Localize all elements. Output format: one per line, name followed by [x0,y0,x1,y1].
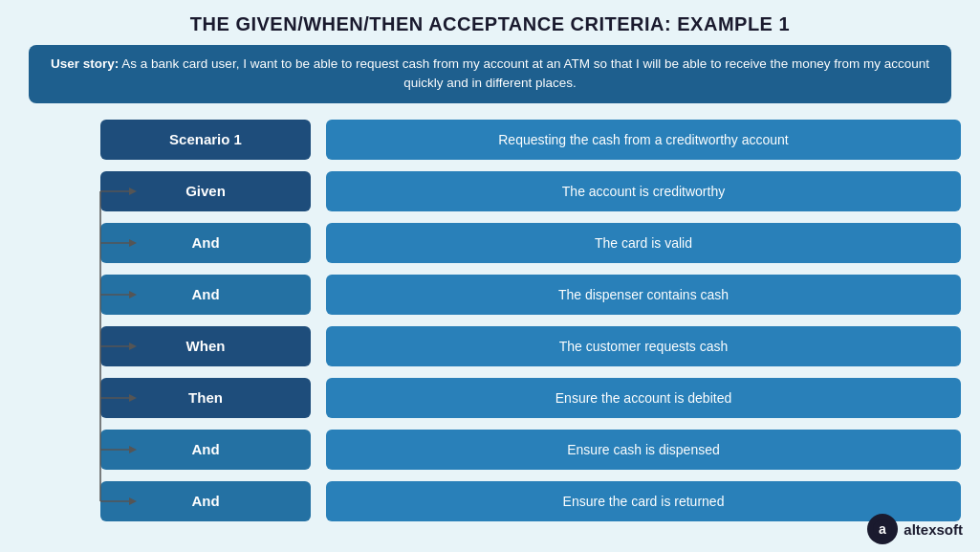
right-box: The customer requests cash [326,326,961,366]
label-box: And [100,275,311,315]
label-box: Then [100,378,311,418]
table-row: AndEnsure cash is dispensed [19,427,961,473]
label-box: Given [100,171,311,211]
table-row: AndThe dispenser contains cash [19,272,961,318]
altexsoft-logo: a altexsoft [867,514,963,544]
logo-icon: a [867,514,898,544]
table-row: ThenEnsure the account is debited [19,375,961,421]
right-box: The card is valid [326,223,961,263]
table-row: WhenThe customer requests cash [19,323,961,369]
label-box: Scenario 1 [100,120,311,160]
table-row: GivenThe account is creditworthy [19,168,961,214]
label-box: And [100,223,311,263]
label-box: And [100,430,311,470]
page-title: THE GIVEN/WHEN/THEN ACCEPTANCE CRITERIA:… [0,0,980,45]
table-row: AndEnsure the card is returned [19,478,961,524]
right-box: Ensure cash is dispensed [326,430,961,470]
right-box: Ensure the account is debited [326,378,961,418]
table-row: AndThe card is valid [19,220,961,266]
user-story-label: User story: [51,56,119,71]
table-row: Scenario 1Requesting the cash from a cre… [19,117,961,163]
svg-text:a: a [879,521,886,537]
rows-container: Scenario 1Requesting the cash from a cre… [19,117,961,524]
right-box: The account is creditworthy [326,171,961,211]
user-story-text: As a bank card user, I want to be able t… [121,56,929,90]
right-box: Ensure the card is returned [326,481,961,521]
user-story-box: User story: As a bank card user, I want … [29,45,951,103]
right-box: Requesting the cash from a creditworthy … [326,120,961,160]
right-box: The dispenser contains cash [326,275,961,315]
label-box: When [100,326,311,366]
label-box: And [100,481,311,521]
logo-text: altexsoft [904,521,963,538]
